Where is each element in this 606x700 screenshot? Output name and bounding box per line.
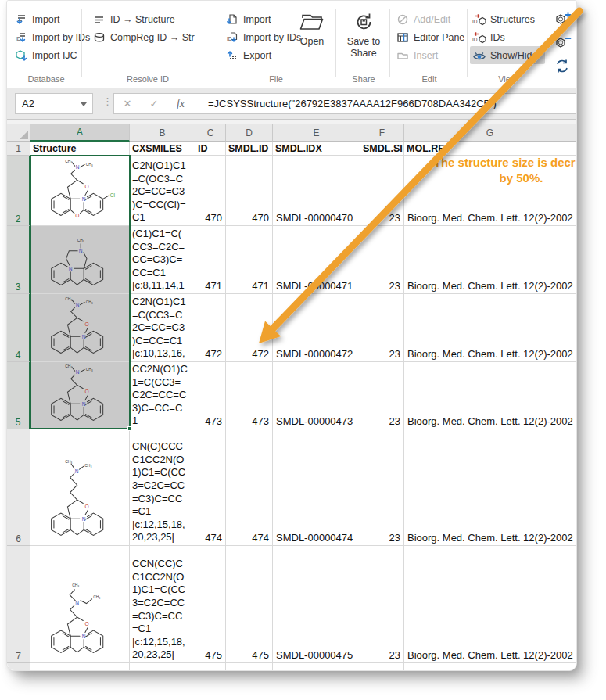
- cxsmiles-cell-B5[interactable]: CC2N(O1)C 1=C(CC3= C2C=CC=C 3)C=CC=C 1: [130, 362, 195, 429]
- file-import-button[interactable]: Import: [223, 10, 290, 28]
- structure-cell-A4[interactable]: O N N CH₃ CH₃: [30, 294, 130, 362]
- cxsmiles-cell-B3[interactable]: (C1)C1=C( CC3=C2C= CC=C3)C= CC=C1 |c:8,1…: [130, 226, 195, 294]
- id-cell-C6[interactable]: 474: [195, 429, 226, 546]
- fx-icon[interactable]: fx: [167, 98, 194, 110]
- column-header-C[interactable]: C: [195, 124, 226, 142]
- name-box-dropdown-icon[interactable]: [81, 102, 87, 106]
- smdl-sid-cell-F2[interactable]: 23: [360, 156, 404, 226]
- row-header-1[interactable]: 1: [7, 142, 30, 156]
- structures-button[interactable]: ID Structures: [470, 10, 545, 28]
- empty-cell[interactable]: [130, 663, 195, 671]
- formula-box[interactable]: ✕ ✓ fx =JCSYSStructure("26792E3837AAAA12…: [113, 93, 576, 114]
- mol-ref-cell-G7[interactable]: Bioorg. Med. Chem. Lett. 12(2)-2002: [404, 546, 576, 663]
- id-cell-C2[interactable]: 470: [195, 156, 226, 226]
- field-header-SMDL.IDX[interactable]: SMDL.IDX: [273, 142, 360, 156]
- id-cell-C5[interactable]: 473: [195, 362, 226, 429]
- empty-cell[interactable]: [273, 663, 360, 671]
- svg-text:O: O: [84, 184, 88, 189]
- id-to-structure-button[interactable]: ID → Structure: [90, 10, 210, 28]
- editor-pane-button[interactable]: Editor Pane: [393, 28, 465, 46]
- open-button[interactable]: Open: [292, 10, 332, 48]
- row-header-5[interactable]: 5: [7, 362, 30, 429]
- structure-cell-A6[interactable]: O N N CH₃ CH₃: [30, 429, 130, 546]
- field-header-ID[interactable]: ID: [195, 142, 226, 156]
- add-structure-icon[interactable]: [553, 10, 573, 29]
- ids-button[interactable]: ID IDs: [470, 28, 545, 46]
- column-header-D[interactable]: D: [226, 124, 273, 142]
- enter-icon[interactable]: ✓: [141, 98, 167, 109]
- smdl-idx-cell-E2[interactable]: SMDL-00000470: [273, 156, 360, 226]
- id-cell-C3[interactable]: 471: [195, 226, 226, 294]
- column-header-E[interactable]: E: [273, 124, 360, 142]
- select-all-corner[interactable]: [7, 124, 30, 142]
- mol-ref-cell-G5[interactable]: Bioorg. Med. Chem. Lett. 12(2)-2002: [404, 362, 576, 429]
- insert-button[interactable]: Insert: [393, 46, 465, 64]
- empty-cell[interactable]: [195, 663, 226, 671]
- smdl-id-cell-D6[interactable]: 474: [226, 429, 273, 546]
- smdl-id-cell-D7[interactable]: 475: [226, 546, 273, 663]
- column-header-B[interactable]: B: [130, 124, 195, 142]
- smdl-idx-cell-E5[interactable]: SMDL-00000473: [273, 362, 360, 429]
- structure-cell-A2[interactable]: O O N N CH₃ CH₃ Cl: [30, 156, 130, 226]
- structure-cell-A3[interactable]: N N CH₃: [30, 226, 130, 294]
- empty-cell[interactable]: [404, 663, 576, 671]
- import-button[interactable]: Import: [12, 10, 81, 28]
- cxsmiles-cell-B7[interactable]: CCN(CC)C C1CC2N(O 1)C1=C(CC 3=C2C=CC =C3…: [130, 546, 195, 663]
- field-header-SMDL.SID[interactable]: SMDL.SID: [360, 142, 404, 156]
- smdl-id-cell-D5[interactable]: 473: [226, 362, 273, 429]
- remove-structure-icon[interactable]: [553, 34, 573, 52]
- smdl-id-cell-D3[interactable]: 471: [226, 226, 273, 294]
- cxsmiles-cell-B2[interactable]: C2N(O1)C1 =C(OC3=C 2C=CC=C3 )C=CC(Cl)= C…: [130, 156, 195, 226]
- smdl-sid-cell-F4[interactable]: 23: [360, 294, 404, 362]
- smdl-id-cell-D4[interactable]: 472: [226, 294, 273, 362]
- smdl-sid-cell-F6[interactable]: 23: [360, 429, 404, 546]
- compreg-id-button[interactable]: CompReg ID → Str: [90, 28, 210, 46]
- group-label-view: View: [470, 74, 545, 84]
- add-edit-button[interactable]: Add/Edit: [393, 10, 465, 28]
- smdl-idx-cell-E6[interactable]: SMDL-00000474: [273, 429, 360, 546]
- field-header-Structure[interactable]: Structure: [30, 142, 130, 156]
- id-cell-C4[interactable]: 472: [195, 294, 226, 362]
- smdl-id-cell-D2[interactable]: 470: [226, 156, 273, 226]
- cxsmiles-cell-B4[interactable]: C2N(O1)C1 =C(CC3=C 2C=CC=C3 )C=CC=C1 |c:…: [130, 294, 195, 362]
- field-header-SMDL.ID[interactable]: SMDL.ID: [226, 142, 273, 156]
- formula-text[interactable]: =JCSYSStructure("26792E3837AAAA12F966D70…: [208, 98, 497, 109]
- smdl-idx-cell-E7[interactable]: SMDL-00000475: [273, 546, 360, 663]
- row-header-4[interactable]: 4: [7, 294, 30, 362]
- import-ijc-button[interactable]: Import IJC: [12, 46, 81, 64]
- smdl-sid-cell-F3[interactable]: 23: [360, 226, 404, 294]
- empty-cell[interactable]: [360, 663, 404, 671]
- save-to-share-button[interactable]: Save to Share: [342, 10, 385, 59]
- name-box[interactable]: A2: [15, 93, 93, 114]
- sync-icon[interactable]: [553, 57, 573, 76]
- row-header-3[interactable]: 3: [7, 226, 30, 294]
- structure-cell-A5[interactable]: O N N CH₃ CH₃: [30, 362, 130, 429]
- cancel-icon[interactable]: ✕: [114, 98, 141, 109]
- row-header-2[interactable]: 2: [7, 156, 30, 226]
- file-import-by-ids-button[interactable]: ID Import by IDs: [223, 28, 290, 46]
- row-header-6[interactable]: 6: [7, 429, 30, 546]
- field-header-CXSMILES[interactable]: CXSMILES: [130, 142, 195, 156]
- smdl-sid-cell-F5[interactable]: 23: [360, 362, 404, 429]
- id-cell-C7[interactable]: 475: [195, 546, 226, 663]
- svg-text:N: N: [69, 265, 73, 271]
- field-header-MOL.REF[interactable]: MOL.REF: [404, 142, 576, 156]
- mol-ref-cell-G3[interactable]: Bioorg. Med. Chem. Lett. 12(2)-2002: [404, 226, 576, 294]
- cxsmiles-cell-B6[interactable]: CN(C)CCC C1CC2N(O 1)C1=C(CC 3=C2C=CC =C3…: [130, 429, 195, 546]
- structure-cell-A7[interactable]: O N N CH₃ CH₃: [30, 546, 130, 663]
- smdl-idx-cell-E3[interactable]: SMDL-00000471: [273, 226, 360, 294]
- column-header-A[interactable]: A: [30, 124, 130, 142]
- column-header-G[interactable]: G: [404, 124, 576, 142]
- empty-cell[interactable]: [30, 663, 130, 671]
- mol-ref-cell-G6[interactable]: Bioorg. Med. Chem. Lett. 12(2)-2002: [404, 429, 576, 546]
- show-hide-button[interactable]: Show/Hide: [470, 46, 545, 64]
- empty-cell[interactable]: [226, 663, 273, 671]
- svg-text:O: O: [84, 504, 88, 509]
- mol-ref-cell-G4[interactable]: Bioorg. Med. Chem. Lett. 12(2)-2002: [404, 294, 576, 362]
- row-header-7[interactable]: 7: [7, 546, 30, 663]
- export-button[interactable]: Export: [223, 46, 290, 64]
- import-by-ids-button[interactable]: ID Import by IDs: [12, 28, 81, 46]
- smdl-sid-cell-F7[interactable]: 23: [360, 546, 404, 663]
- smdl-idx-cell-E4[interactable]: SMDL-00000472: [273, 294, 360, 362]
- column-header-F[interactable]: F: [360, 124, 404, 142]
